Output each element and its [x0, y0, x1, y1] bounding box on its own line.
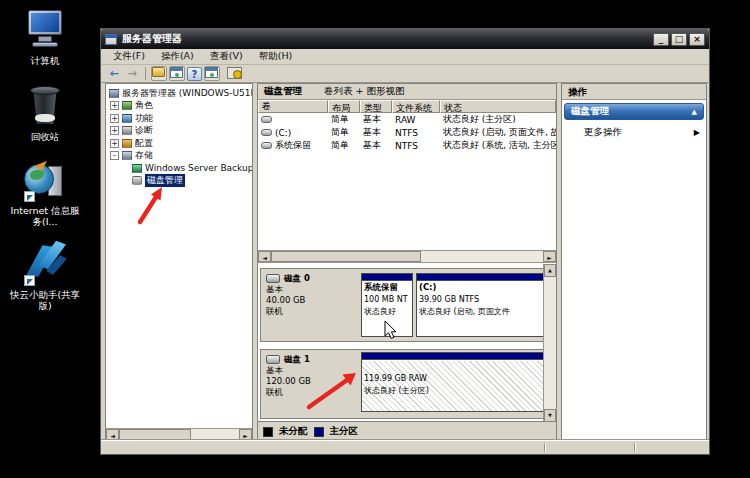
tree-item-roles[interactable]: + 角色: [106, 100, 252, 113]
tree-item-label: 存储: [135, 149, 153, 162]
server-manager-window: 服务器管理器 _ □ × 文件(F) 操作(A) 查看(V) 帮助(H) ← →…: [100, 28, 710, 455]
menu-help[interactable]: 帮助(H): [251, 49, 301, 64]
partition-title: 系统保留: [364, 282, 398, 292]
disk-0-info[interactable]: 磁盘 0 基本 40.00 GB 联机: [263, 271, 357, 339]
show-console-tree-icon[interactable]: [151, 66, 167, 81]
partition-c-drive[interactable]: (C:) 39.90 GB NTFS 状态良好 (启动, 页面文件: [416, 273, 546, 337]
scroll-thumb[interactable]: [271, 251, 421, 262]
tree-item-diagnostics[interactable]: + 诊断: [106, 125, 252, 138]
menu-action[interactable]: 操作(A): [153, 49, 202, 64]
menu-bar: 文件(F) 操作(A) 查看(V) 帮助(H): [101, 49, 709, 65]
column-layout[interactable]: 布局: [328, 100, 360, 113]
tree-item-label-selected: 磁盘管理: [145, 174, 185, 187]
configuration-icon: [122, 139, 132, 148]
back-icon[interactable]: ←: [106, 66, 122, 81]
tree-root-label: 服务器管理器 (WINDOWS-U51F31: [122, 87, 252, 100]
unallocated-swatch: [263, 427, 273, 437]
scroll-up-icon[interactable]: ▲: [544, 264, 556, 277]
shortcut-arrow-icon: [24, 275, 35, 286]
column-type[interactable]: 类型: [360, 100, 392, 113]
legend-label-unallocated: 未分配: [279, 425, 308, 438]
expander-icon[interactable]: +: [110, 101, 119, 110]
volume-icon: [261, 142, 272, 149]
partition-raw[interactable]: 119.99 GB RAW 状态良好 (主分区): [361, 352, 547, 412]
main-area: 服务器管理器 (WINDOWS-U51F31 + 角色 + 功能 + 诊断: [101, 83, 709, 442]
primary-partition-swatch: [314, 427, 324, 437]
tree-item-features[interactable]: + 功能: [106, 112, 252, 125]
actions-section-disk-management[interactable]: 磁盘管理 ▲: [564, 103, 704, 120]
tree-item-windows-server-backup[interactable]: Windows Server Backup: [106, 162, 252, 175]
titlebar[interactable]: 服务器管理器 _ □ ×: [101, 29, 709, 49]
panel-title: 磁盘管理: [264, 85, 302, 98]
graphical-view-vertical-scrollbar[interactable]: ▲ ▼: [543, 264, 556, 422]
tree-item-storage[interactable]: - 存储: [106, 150, 252, 163]
column-filesystem[interactable]: 文件系统: [392, 100, 440, 113]
disk-0-row: 磁盘 0 基本 40.00 GB 联机 系统保留 100 MB NT 状态良好: [260, 268, 544, 342]
disk-size: 120.00 GB: [266, 376, 354, 387]
disk-1-info[interactable]: 磁盘 1 基本 120.00 GB 联机: [263, 352, 357, 416]
collapse-icon[interactable]: ▲: [692, 108, 697, 116]
desktop-icon-iis[interactable]: Internet 信息服务(I...: [3, 158, 87, 227]
desktop-icon-computer[interactable]: 计算机: [3, 8, 87, 66]
minimize-button[interactable]: _: [653, 33, 669, 46]
column-status[interactable]: 状态: [440, 100, 556, 113]
volume-row[interactable]: 系统保留 简单 基本 NTFS 状态良好 (系统, 活动, 主分区): [258, 139, 556, 152]
partition-size: 100 MB NT: [362, 294, 412, 306]
toolbar-separator: [145, 67, 146, 80]
actions-header: 操作: [562, 84, 706, 100]
window-title: 服务器管理器: [122, 32, 651, 46]
scroll-right-icon[interactable]: ►: [543, 251, 556, 262]
console-window-icon[interactable]: [204, 66, 220, 81]
partition-system-reserved[interactable]: 系统保留 100 MB NT 状态良好: [361, 273, 413, 337]
tree-root-server-manager[interactable]: 服务器管理器 (WINDOWS-U51F31: [106, 87, 252, 100]
tree-item-label: 配置: [135, 137, 153, 150]
disk-size: 40.00 GB: [266, 295, 354, 306]
desktop-icon-label: Internet 信息服务(I...: [3, 205, 87, 227]
window-icon: [205, 67, 218, 78]
console-window-icon[interactable]: [169, 66, 185, 81]
cell-layout: 简单: [328, 113, 360, 126]
partition-title: (C:): [419, 282, 436, 292]
cell-status: 状态良好 (启动, 页面文件, 故障转: [440, 126, 556, 139]
tree-item-configuration[interactable]: + 配置: [106, 137, 252, 150]
disk-management-panel: 磁盘管理 卷列表 + 图形视图 卷 布局 类型 文件系统 状态 简单 基本: [257, 83, 557, 442]
close-button[interactable]: ×: [689, 33, 705, 46]
toolbar: ← → ?: [101, 65, 709, 83]
computer-foot-shape: [32, 42, 58, 47]
disk-icon: [266, 355, 280, 364]
expander-icon[interactable]: -: [110, 151, 119, 160]
partition-status: 状态良好 (主分区): [362, 385, 546, 397]
partition-status: 状态良好: [362, 306, 412, 318]
refresh-settings-icon[interactable]: [226, 66, 242, 81]
volume-list-horizontal-scrollbar[interactable]: ◄ ►: [258, 250, 556, 263]
disk-icon: [132, 176, 142, 185]
desktop-icon-kuaiyun[interactable]: 快云小助手(共享版): [3, 242, 87, 311]
expander-icon[interactable]: +: [110, 139, 119, 148]
computer-icon: [22, 8, 68, 52]
scroll-track[interactable]: [421, 251, 543, 262]
disk-kind: 基本: [266, 284, 354, 295]
partition-size: 39.90 GB NTFS: [417, 294, 545, 306]
tree-item-disk-management[interactable]: 磁盘管理: [106, 175, 252, 188]
disk-name: 磁盘 0: [284, 273, 310, 284]
forward-icon[interactable]: →: [124, 66, 140, 81]
cell-status: 状态良好 (主分区): [440, 113, 556, 126]
desktop-icon-recycle-bin[interactable]: 回收站: [3, 84, 87, 142]
expander-icon[interactable]: +: [110, 114, 119, 123]
maximize-button[interactable]: □: [671, 33, 687, 46]
volume-row[interactable]: 简单 基本 RAW 状态良好 (主分区): [258, 113, 556, 126]
bin-rim-shape: [30, 86, 60, 95]
raw-partition-hatch: 119.99 GB RAW 状态良好 (主分区): [362, 361, 546, 411]
bin-paper-shape: [35, 114, 55, 122]
scroll-left-icon[interactable]: ◄: [258, 251, 271, 262]
volume-row[interactable]: (C:) 简单 基本 NTFS 状态良好 (启动, 页面文件, 故障转: [258, 126, 556, 139]
expander-icon[interactable]: +: [110, 126, 119, 135]
cell-filesystem: NTFS: [392, 128, 440, 138]
help-icon[interactable]: ?: [187, 67, 202, 81]
panel-view-mode: 卷列表 + 图形视图: [324, 85, 405, 98]
menu-file[interactable]: 文件(F): [105, 49, 153, 64]
menu-view[interactable]: 查看(V): [202, 49, 251, 64]
primary-partition-bar: [417, 274, 545, 281]
column-volume[interactable]: 卷: [258, 100, 328, 113]
more-actions-item[interactable]: 更多操作 ▶: [562, 120, 706, 139]
